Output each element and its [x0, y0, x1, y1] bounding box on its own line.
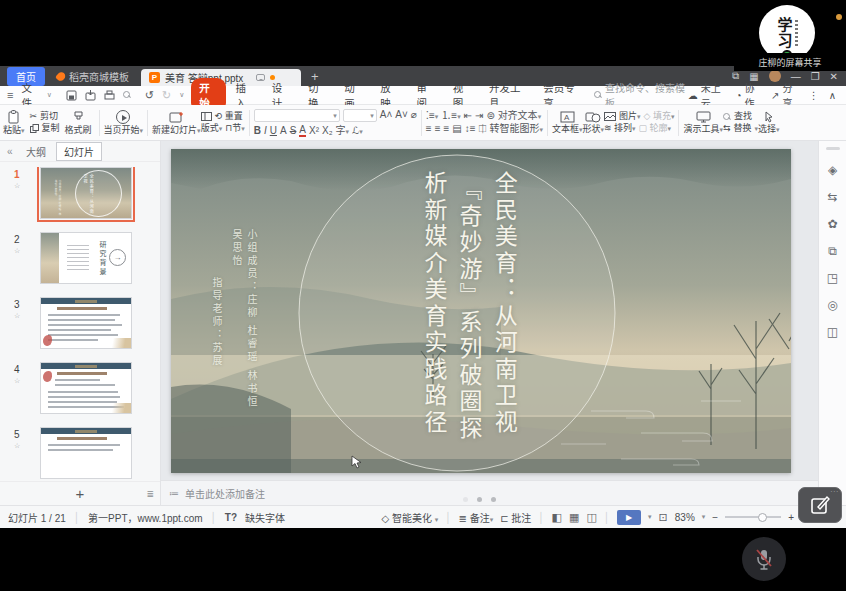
microphone-muted-button[interactable]: [742, 537, 786, 581]
slide-sorter-view-icon[interactable]: ▦: [569, 511, 579, 524]
reset-button[interactable]: ⟲ 重置: [215, 112, 243, 121]
save-icon[interactable]: [66, 90, 77, 101]
layout-icon: [201, 112, 212, 121]
fit-window-icon[interactable]: ⊡: [659, 511, 668, 524]
font-color-button[interactable]: A: [299, 125, 306, 137]
quick-send-icon[interactable]: ◈: [828, 163, 837, 177]
format-painter-button[interactable]: 格式刷: [65, 111, 92, 135]
print-preview-icon[interactable]: [123, 91, 131, 99]
beautify-gear-icon[interactable]: ✿: [827, 217, 837, 231]
export-icon[interactable]: [85, 90, 96, 101]
outline-tab[interactable]: 大纲: [26, 144, 46, 159]
find-button[interactable]: 查找: [723, 112, 758, 121]
reading-panel-icon[interactable]: ◫: [827, 325, 838, 339]
subscript-button[interactable]: X₂: [322, 126, 333, 136]
undo-icon[interactable]: ↺: [145, 89, 154, 102]
underline-button[interactable]: U: [270, 126, 277, 136]
replace-button[interactable]: ⇆ 替换▾: [723, 124, 758, 133]
slide-thumbnail-1[interactable]: 1☆ 全民美育：从河南卫视 小组成员：庄柳 杜睿瑶 林书恒 吴思怡: [14, 167, 160, 219]
fill-button[interactable]: ◇ 填充▾: [644, 112, 675, 121]
redo-icon[interactable]: ↻: [162, 89, 171, 102]
zoom-in-button[interactable]: +: [788, 512, 794, 523]
text-effects-button[interactable]: 字▾: [336, 126, 350, 136]
superscript-button[interactable]: X²: [309, 126, 319, 136]
slide-thumbnail-5[interactable]: 5☆: [14, 427, 160, 479]
reading-view-icon[interactable]: ◫: [586, 511, 596, 524]
copy-button[interactable]: 复制: [30, 124, 60, 133]
normal-view-icon[interactable]: ◧: [552, 511, 562, 524]
help-target-icon[interactable]: ◎: [827, 298, 837, 312]
rail-handle[interactable]: [826, 147, 840, 150]
slides-tab[interactable]: 幻灯片: [56, 142, 102, 161]
clear-format-icon[interactable]: ⌀: [411, 110, 417, 120]
present-tools-button[interactable]: 演示工具▾: [683, 111, 723, 134]
more-menu-icon[interactable]: ⋮: [809, 90, 819, 101]
decrease-indent-icon[interactable]: ⇤: [464, 111, 472, 121]
align-right-icon[interactable]: ≡: [443, 124, 449, 134]
smart-graphic-button[interactable]: ⎅ 转智能图形▾: [479, 124, 543, 134]
section-button[interactable]: ⊓节▾: [225, 124, 245, 133]
italic-button[interactable]: I: [264, 126, 267, 136]
line-spacing-icon[interactable]: ↕≡: [465, 124, 476, 134]
comments-toggle-button[interactable]: ⊏ 批注: [500, 510, 531, 525]
slide-title[interactable]: 全民美育：从河南卫视 『奇妙游』系列破圈探 析新媒介美育实践路径: [414, 171, 519, 459]
align-text-button[interactable]: ⊜ 对齐文本▾: [486, 111, 541, 121]
add-slide-button[interactable]: + ≣: [0, 481, 160, 505]
zoom-out-button[interactable]: −: [712, 512, 718, 523]
align-left-icon[interactable]: ≡: [426, 124, 432, 134]
tab-docer-store[interactable]: 稻壳商城模板: [45, 66, 141, 86]
zoom-slider-knob[interactable]: [758, 513, 767, 522]
align-center-icon[interactable]: ≡: [435, 124, 441, 134]
image-edit-icon[interactable]: ◳: [827, 271, 838, 285]
slideshow-play-button[interactable]: ▶: [617, 510, 641, 525]
zoom-level[interactable]: 83%: [675, 512, 695, 523]
picture-button[interactable]: 图片▾: [619, 112, 641, 121]
select-button[interactable]: 选择▾: [758, 111, 780, 134]
paste-button[interactable]: 粘贴▾: [3, 110, 25, 135]
numbered-list-button[interactable]: ⒈≡▾: [441, 111, 460, 121]
collapse-panel-icon[interactable]: «: [7, 146, 13, 157]
history-chevron[interactable]: ∨: [179, 91, 184, 99]
swap-arrows-icon[interactable]: ⇆: [827, 190, 837, 204]
arrange-button[interactable]: ≋ 排列▾: [604, 124, 636, 133]
smart-beautify-button[interactable]: ◇ 智能美化 ▾: [381, 510, 438, 525]
slide-1-canvas[interactable]: 全民美育：从河南卫视 『奇妙游』系列破圈探 析新媒介美育实践路径 小组成员：庄柳…: [171, 149, 791, 473]
font-size-combo[interactable]: ▾: [343, 109, 377, 122]
increase-indent-icon[interactable]: ⇥: [475, 111, 483, 121]
new-slide-button[interactable]: 新建幻灯片▾: [152, 111, 201, 135]
textbox-button[interactable]: A 文本框▾: [552, 111, 583, 134]
layers-icon[interactable]: ⧉: [828, 244, 837, 258]
print-icon[interactable]: [104, 90, 115, 101]
team-members-text[interactable]: 小组成员：庄柳 杜睿瑶 林书恒 吴思怡: [229, 229, 259, 419]
slide-thumbnail-3[interactable]: 3☆: [14, 297, 160, 349]
notes-toggle-button[interactable]: ≣ 备注▾: [458, 510, 493, 525]
justify-icon[interactable]: ▤: [452, 124, 461, 134]
advisor-text[interactable]: 指导老师：苏展: [209, 277, 224, 387]
play-from-current-button[interactable]: 当页开始▾: [104, 110, 144, 135]
collapse-ribbon-icon[interactable]: ∧: [829, 90, 836, 101]
missing-font-label[interactable]: 缺失字体: [245, 510, 285, 525]
hamburger-icon[interactable]: ≡: [7, 89, 13, 101]
decrease-font-icon[interactable]: A˅: [395, 110, 408, 120]
zoom-chevron[interactable]: ▾: [702, 513, 706, 521]
notes-resize-handle[interactable]: [463, 497, 496, 502]
slide-sorter-icon[interactable]: ≣: [146, 489, 154, 499]
char-border-button[interactable]: A: [280, 126, 287, 136]
play-options-chevron[interactable]: ▾: [648, 513, 652, 521]
shapes-button[interactable]: 形状▾: [582, 111, 604, 134]
font-family-combo[interactable]: ▾: [254, 109, 340, 122]
strikethrough-button[interactable]: S: [290, 126, 297, 136]
highlight-button[interactable]: ℒ▾: [352, 126, 363, 136]
bullet-list-button[interactable]: ⁚≡▾: [426, 111, 439, 121]
notes-bar[interactable]: ≔ 单击此处添加备注: [161, 480, 818, 505]
annotate-pen-button[interactable]: ⋯: [798, 487, 842, 523]
zoom-slider[interactable]: [725, 516, 781, 518]
search-icon: [594, 91, 601, 99]
increase-font-icon[interactable]: A˄: [380, 110, 393, 120]
slide-thumbnail-4[interactable]: 4☆: [14, 362, 160, 414]
layout-button[interactable]: 版式▾: [201, 124, 223, 133]
bold-button[interactable]: B: [254, 126, 261, 136]
slide-thumbnail-2[interactable]: 2☆ 研究背景 →: [14, 232, 160, 284]
outline-button[interactable]: ▢ 轮廓▾: [639, 124, 672, 133]
cut-button[interactable]: ✂剪切: [30, 112, 60, 121]
